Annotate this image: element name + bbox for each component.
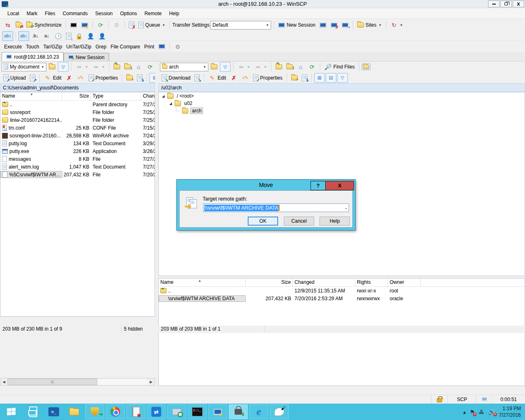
cancel-button[interactable]: Cancel xyxy=(284,217,314,226)
scrollbar-track[interactable] xyxy=(7,379,148,385)
download-background-button[interactable]: ➘ xyxy=(193,73,201,82)
file-row-selected[interactable]: \srviwf$IWTM ARCHIVE DATA 207,432 KB 7/2… xyxy=(159,294,525,302)
network-icon[interactable]: 🖧 xyxy=(479,409,484,415)
menu-session[interactable]: Session xyxy=(92,9,116,18)
queue-button[interactable]: Queue▼ xyxy=(137,21,167,30)
column-header-size[interactable]: Size xyxy=(246,278,293,286)
synchronize-browsing-button[interactable]: ⇄ xyxy=(14,21,24,29)
file-row[interactable]: sosreport-liniw-20160... 26,598 KB WinRA… xyxy=(0,132,155,139)
minimize-button[interactable] xyxy=(488,0,500,7)
volume-muted-icon[interactable]: 🔊 xyxy=(488,409,495,415)
targzip-command-button[interactable]: Tar/GZip xyxy=(41,43,64,51)
find-files-button[interactable]: 🔎Find Files xyxy=(323,62,356,72)
menu-mark[interactable]: Mark xyxy=(23,9,41,18)
open-console-button[interactable] xyxy=(68,21,79,29)
server-manager-button[interactable] xyxy=(24,404,43,419)
remote-root-directory-button[interactable]: / xyxy=(285,63,294,71)
tab-new-session[interactable]: ✦ New Session xyxy=(64,53,109,61)
tray-expand-icon[interactable]: ▴ xyxy=(463,409,466,415)
file-row[interactable]: tm.conf 25 KB CONF File 7/15/2 xyxy=(0,124,155,132)
sites-button[interactable]: Sites▼ xyxy=(356,21,383,29)
sort-by-rights-button[interactable]: 🔒 xyxy=(74,31,84,41)
local-parent-directory-button[interactable]: ↰ xyxy=(112,63,122,71)
remote-refresh-button[interactable]: ⟳ xyxy=(307,62,317,72)
column-header-type[interactable]: Type xyxy=(91,92,141,100)
local-open-directory-button[interactable] xyxy=(47,63,57,71)
action-center-flag-icon[interactable]: ⚑ xyxy=(470,409,475,415)
winscp-button[interactable] xyxy=(229,404,248,419)
remote-rename-button[interactable]: ᴀ✎ xyxy=(240,73,251,83)
grep-command-button[interactable]: Grep xyxy=(94,43,108,51)
local-root-directory-button[interactable]: \ xyxy=(123,63,132,71)
system-search-button[interactable] xyxy=(167,404,186,419)
remote-back-button[interactable]: ⬅▼ xyxy=(236,62,252,72)
close-button[interactable]: X xyxy=(513,0,524,7)
address-book-button[interactable] xyxy=(126,404,145,419)
file-row[interactable]: .. Parent directory 7/27/2 xyxy=(0,100,155,108)
tree-expanded-icon[interactable]: ◢ xyxy=(169,102,173,105)
new-session-button[interactable]: New Session xyxy=(276,21,317,29)
open-in-putty-button[interactable]: ⚡ xyxy=(80,21,90,29)
file-row[interactable]: .. 12/9/2015 11:35:15 AM rwxr-xr-x root xyxy=(159,287,525,294)
restore-button[interactable] xyxy=(500,0,512,7)
execute-command-button[interactable]: Execute xyxy=(2,43,23,51)
menu-help[interactable]: Help xyxy=(166,9,183,18)
local-drive-combo[interactable]: My document ▼ xyxy=(2,63,46,71)
remote-expand-button[interactable]: ⊞ xyxy=(314,73,325,83)
local-rename-button[interactable]: ᴀ✎ xyxy=(75,73,86,83)
local-properties-button[interactable]: ✓Properties xyxy=(87,73,120,82)
file-row[interactable]: putty.exe 226 KB Application 3/26/2 xyxy=(0,147,155,155)
local-refresh-button[interactable]: ⟳ xyxy=(145,62,155,72)
column-header-rights[interactable]: Rights xyxy=(355,278,388,286)
upload-background-button[interactable]: ➚ xyxy=(28,73,37,82)
sort-by-size-button[interactable]: a↓ xyxy=(41,31,52,41)
chevron-down-icon[interactable]: ⌄ xyxy=(345,205,348,210)
refresh-session-button[interactable]: ⟳ xyxy=(95,20,106,30)
panel-splitter[interactable] xyxy=(155,62,158,395)
column-header-changed[interactable]: Changed xyxy=(293,278,355,286)
tree-node-u02[interactable]: ◢ u02 xyxy=(159,100,525,107)
tree-node-root[interactable]: ◢ / <root> xyxy=(159,92,525,100)
sort-by-extension-button[interactable]: .b↓ xyxy=(30,31,41,41)
menu-remote[interactable]: Remote xyxy=(141,9,165,18)
synchronize-menu-button[interactable]: ↻▼ xyxy=(389,20,405,30)
tree-expanded-icon[interactable]: ◢ xyxy=(161,94,165,98)
dialog-help-button[interactable]: ? xyxy=(310,181,326,190)
sort-by-group-button[interactable]: 👤 xyxy=(97,31,107,41)
file-row-selected[interactable]: %5Csrviwf$IWTM AR... 207,432 KB File 7/2… xyxy=(0,171,155,178)
local-delete-button[interactable]: ✗ xyxy=(64,73,75,83)
queue-dropdown-icon[interactable]: ▼ xyxy=(162,23,165,27)
start-button[interactable] xyxy=(1,404,22,419)
customize-commands-button[interactable]: ⚙ xyxy=(172,42,183,52)
local-forward-button[interactable]: ➡▼ xyxy=(91,62,107,72)
touch-command-button[interactable]: Touch xyxy=(24,43,41,51)
file-row[interactable]: liniw-20160724162214... File folder 7/25… xyxy=(0,116,155,124)
menu-files[interactable]: Files xyxy=(41,9,58,18)
command-prompt-button[interactable]: C:\_ xyxy=(188,404,207,419)
scroll-right-arrow-icon[interactable]: ▶ xyxy=(148,379,155,385)
synchronize-button[interactable]: ⟳Synchronize xyxy=(25,21,63,29)
show-queue-button[interactable]: ✗ xyxy=(127,21,136,30)
disconnect-session-button[interactable]: ✗ xyxy=(329,21,339,29)
file-row[interactable]: alert_iwtm.log 1,047 KB Text Document 7/… xyxy=(0,163,155,171)
scrollbar-thumb[interactable] xyxy=(7,379,97,385)
remote-open-directory-button[interactable] xyxy=(209,63,219,71)
chrome-button[interactable] xyxy=(106,404,125,419)
column-header-name[interactable]: Name▼ xyxy=(0,92,62,100)
tab-session-root[interactable]: root@192.168.10.23 xyxy=(2,52,64,61)
dialog-close-button[interactable]: X xyxy=(325,181,354,190)
sort-ascending-button[interactable]: ab↕ xyxy=(2,31,13,41)
file-row[interactable]: messages 8 KB File 7/27/2 xyxy=(0,155,155,163)
local-filter-button[interactable]: ▽ xyxy=(58,62,68,72)
target-path-combobox[interactable]: \\srviw\f$\IWTM ARCHIVE DATA ⌄ xyxy=(203,203,349,212)
sort-by-type-button[interactable]: ↓ xyxy=(64,32,73,41)
local-back-button[interactable]: ⬅▼ xyxy=(74,62,90,72)
sort-by-name-button[interactable]: ab↓ xyxy=(18,31,29,41)
column-header-name[interactable]: Name▲ xyxy=(159,278,246,286)
putty-session-button[interactable] xyxy=(157,43,167,50)
print-command-button[interactable]: Print xyxy=(142,43,156,51)
local-horizontal-scrollbar[interactable]: ◀ ▶ xyxy=(0,378,155,386)
remote-home-button[interactable]: ⌂ xyxy=(295,62,306,72)
remote-delete-button[interactable]: ✗ xyxy=(228,73,239,83)
teamviewer-button[interactable]: ⇄ xyxy=(147,404,166,419)
